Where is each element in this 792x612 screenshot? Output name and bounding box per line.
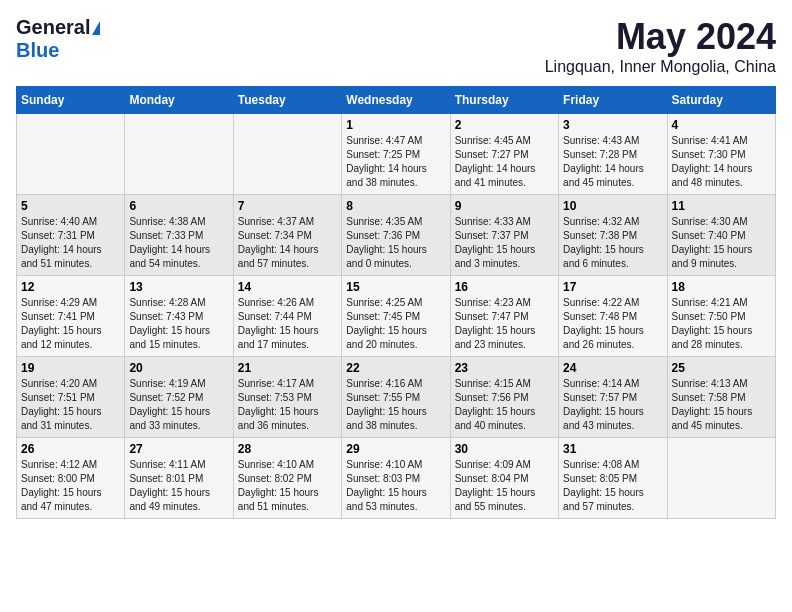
calendar-cell: [667, 438, 775, 519]
calendar-cell: 13Sunrise: 4:28 AMSunset: 7:43 PMDayligh…: [125, 276, 233, 357]
day-info: Sunrise: 4:23 AMSunset: 7:47 PMDaylight:…: [455, 296, 554, 352]
day-number: 3: [563, 118, 662, 132]
day-info: Sunrise: 4:08 AMSunset: 8:05 PMDaylight:…: [563, 458, 662, 514]
day-number: 11: [672, 199, 771, 213]
logo-general: General: [16, 16, 90, 39]
day-info: Sunrise: 4:32 AMSunset: 7:38 PMDaylight:…: [563, 215, 662, 271]
day-number: 8: [346, 199, 445, 213]
day-info: Sunrise: 4:25 AMSunset: 7:45 PMDaylight:…: [346, 296, 445, 352]
day-number: 5: [21, 199, 120, 213]
calendar-cell: 24Sunrise: 4:14 AMSunset: 7:57 PMDayligh…: [559, 357, 667, 438]
calendar-cell: 30Sunrise: 4:09 AMSunset: 8:04 PMDayligh…: [450, 438, 558, 519]
day-number: 17: [563, 280, 662, 294]
calendar-cell: 5Sunrise: 4:40 AMSunset: 7:31 PMDaylight…: [17, 195, 125, 276]
day-number: 7: [238, 199, 337, 213]
calendar-cell: 16Sunrise: 4:23 AMSunset: 7:47 PMDayligh…: [450, 276, 558, 357]
day-number: 15: [346, 280, 445, 294]
calendar-cell: 6Sunrise: 4:38 AMSunset: 7:33 PMDaylight…: [125, 195, 233, 276]
day-number: 30: [455, 442, 554, 456]
day-info: Sunrise: 4:10 AMSunset: 8:03 PMDaylight:…: [346, 458, 445, 514]
day-number: 27: [129, 442, 228, 456]
calendar-cell: 21Sunrise: 4:17 AMSunset: 7:53 PMDayligh…: [233, 357, 341, 438]
day-number: 23: [455, 361, 554, 375]
page-header: General Blue May 2024 Lingquan, Inner Mo…: [16, 16, 776, 76]
day-of-week-header: Monday: [125, 87, 233, 114]
calendar-week-row: 1Sunrise: 4:47 AMSunset: 7:25 PMDaylight…: [17, 114, 776, 195]
day-info: Sunrise: 4:29 AMSunset: 7:41 PMDaylight:…: [21, 296, 120, 352]
day-info: Sunrise: 4:30 AMSunset: 7:40 PMDaylight:…: [672, 215, 771, 271]
title-area: May 2024 Lingquan, Inner Mongolia, China: [545, 16, 776, 76]
calendar-cell: 17Sunrise: 4:22 AMSunset: 7:48 PMDayligh…: [559, 276, 667, 357]
calendar-cell: 25Sunrise: 4:13 AMSunset: 7:58 PMDayligh…: [667, 357, 775, 438]
day-info: Sunrise: 4:12 AMSunset: 8:00 PMDaylight:…: [21, 458, 120, 514]
calendar-cell: 7Sunrise: 4:37 AMSunset: 7:34 PMDaylight…: [233, 195, 341, 276]
day-info: Sunrise: 4:37 AMSunset: 7:34 PMDaylight:…: [238, 215, 337, 271]
calendar-week-row: 26Sunrise: 4:12 AMSunset: 8:00 PMDayligh…: [17, 438, 776, 519]
day-info: Sunrise: 4:41 AMSunset: 7:30 PMDaylight:…: [672, 134, 771, 190]
calendar-header-row: SundayMondayTuesdayWednesdayThursdayFrid…: [17, 87, 776, 114]
calendar-cell: 10Sunrise: 4:32 AMSunset: 7:38 PMDayligh…: [559, 195, 667, 276]
calendar-cell: 26Sunrise: 4:12 AMSunset: 8:00 PMDayligh…: [17, 438, 125, 519]
day-number: 31: [563, 442, 662, 456]
calendar-cell: 19Sunrise: 4:20 AMSunset: 7:51 PMDayligh…: [17, 357, 125, 438]
day-number: 10: [563, 199, 662, 213]
day-info: Sunrise: 4:10 AMSunset: 8:02 PMDaylight:…: [238, 458, 337, 514]
day-number: 29: [346, 442, 445, 456]
day-info: Sunrise: 4:40 AMSunset: 7:31 PMDaylight:…: [21, 215, 120, 271]
logo-blue: Blue: [16, 39, 59, 62]
day-number: 13: [129, 280, 228, 294]
calendar-cell: 2Sunrise: 4:45 AMSunset: 7:27 PMDaylight…: [450, 114, 558, 195]
calendar-week-row: 19Sunrise: 4:20 AMSunset: 7:51 PMDayligh…: [17, 357, 776, 438]
day-number: 1: [346, 118, 445, 132]
calendar-title: May 2024: [545, 16, 776, 58]
day-info: Sunrise: 4:17 AMSunset: 7:53 PMDaylight:…: [238, 377, 337, 433]
calendar-cell: 31Sunrise: 4:08 AMSunset: 8:05 PMDayligh…: [559, 438, 667, 519]
day-info: Sunrise: 4:47 AMSunset: 7:25 PMDaylight:…: [346, 134, 445, 190]
calendar-cell: 28Sunrise: 4:10 AMSunset: 8:02 PMDayligh…: [233, 438, 341, 519]
day-info: Sunrise: 4:14 AMSunset: 7:57 PMDaylight:…: [563, 377, 662, 433]
calendar-cell: 1Sunrise: 4:47 AMSunset: 7:25 PMDaylight…: [342, 114, 450, 195]
calendar-cell: 14Sunrise: 4:26 AMSunset: 7:44 PMDayligh…: [233, 276, 341, 357]
calendar-table: SundayMondayTuesdayWednesdayThursdayFrid…: [16, 86, 776, 519]
day-of-week-header: Wednesday: [342, 87, 450, 114]
calendar-week-row: 5Sunrise: 4:40 AMSunset: 7:31 PMDaylight…: [17, 195, 776, 276]
day-info: Sunrise: 4:21 AMSunset: 7:50 PMDaylight:…: [672, 296, 771, 352]
calendar-cell: [125, 114, 233, 195]
calendar-cell: 22Sunrise: 4:16 AMSunset: 7:55 PMDayligh…: [342, 357, 450, 438]
day-number: 26: [21, 442, 120, 456]
calendar-cell: 27Sunrise: 4:11 AMSunset: 8:01 PMDayligh…: [125, 438, 233, 519]
day-number: 24: [563, 361, 662, 375]
day-number: 20: [129, 361, 228, 375]
day-info: Sunrise: 4:09 AMSunset: 8:04 PMDaylight:…: [455, 458, 554, 514]
day-number: 16: [455, 280, 554, 294]
day-info: Sunrise: 4:26 AMSunset: 7:44 PMDaylight:…: [238, 296, 337, 352]
day-info: Sunrise: 4:19 AMSunset: 7:52 PMDaylight:…: [129, 377, 228, 433]
calendar-cell: 29Sunrise: 4:10 AMSunset: 8:03 PMDayligh…: [342, 438, 450, 519]
day-number: 21: [238, 361, 337, 375]
day-number: 18: [672, 280, 771, 294]
day-info: Sunrise: 4:28 AMSunset: 7:43 PMDaylight:…: [129, 296, 228, 352]
day-of-week-header: Sunday: [17, 87, 125, 114]
day-info: Sunrise: 4:11 AMSunset: 8:01 PMDaylight:…: [129, 458, 228, 514]
calendar-cell: 20Sunrise: 4:19 AMSunset: 7:52 PMDayligh…: [125, 357, 233, 438]
logo-triangle-icon: [92, 21, 100, 35]
logo: General Blue: [16, 16, 100, 62]
day-info: Sunrise: 4:43 AMSunset: 7:28 PMDaylight:…: [563, 134, 662, 190]
calendar-cell: 23Sunrise: 4:15 AMSunset: 7:56 PMDayligh…: [450, 357, 558, 438]
day-number: 19: [21, 361, 120, 375]
day-info: Sunrise: 4:15 AMSunset: 7:56 PMDaylight:…: [455, 377, 554, 433]
day-info: Sunrise: 4:13 AMSunset: 7:58 PMDaylight:…: [672, 377, 771, 433]
calendar-cell: [233, 114, 341, 195]
day-info: Sunrise: 4:45 AMSunset: 7:27 PMDaylight:…: [455, 134, 554, 190]
day-number: 12: [21, 280, 120, 294]
calendar-cell: 8Sunrise: 4:35 AMSunset: 7:36 PMDaylight…: [342, 195, 450, 276]
calendar-week-row: 12Sunrise: 4:29 AMSunset: 7:41 PMDayligh…: [17, 276, 776, 357]
day-number: 9: [455, 199, 554, 213]
day-info: Sunrise: 4:38 AMSunset: 7:33 PMDaylight:…: [129, 215, 228, 271]
day-number: 25: [672, 361, 771, 375]
calendar-cell: 18Sunrise: 4:21 AMSunset: 7:50 PMDayligh…: [667, 276, 775, 357]
calendar-cell: 9Sunrise: 4:33 AMSunset: 7:37 PMDaylight…: [450, 195, 558, 276]
calendar-cell: 3Sunrise: 4:43 AMSunset: 7:28 PMDaylight…: [559, 114, 667, 195]
day-info: Sunrise: 4:33 AMSunset: 7:37 PMDaylight:…: [455, 215, 554, 271]
day-number: 4: [672, 118, 771, 132]
